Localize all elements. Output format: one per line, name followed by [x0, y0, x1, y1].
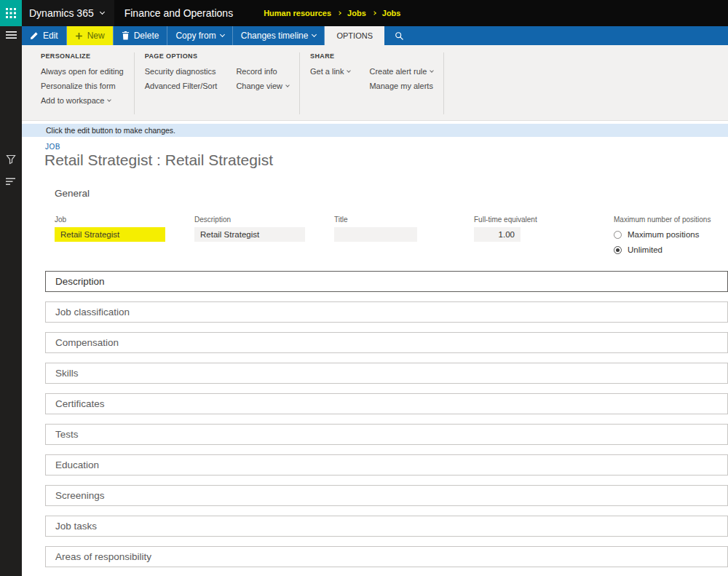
full-time-equivalent-label: Full-time equivalent: [474, 216, 537, 224]
copy-from-label: Copy from: [175, 31, 215, 41]
chevron-down-icon: [312, 32, 317, 37]
title-field-label: Title: [334, 216, 417, 224]
task-list-button[interactable]: [0, 178, 22, 186]
link-label: Personalize this form: [41, 82, 116, 90]
chevron-down-icon: [430, 68, 434, 73]
breadcrumb: Human resources Jobs Jobs: [264, 9, 400, 17]
always-open-for-editing-link[interactable]: Always open for editing: [41, 67, 124, 76]
max-positions-field: Maximum number of positions Maximum posi…: [614, 216, 711, 254]
ribbon-group-page-options: PAGE OPTIONS Security diagnostics Advanc…: [135, 51, 299, 120]
full-time-equivalent-input[interactable]: [474, 227, 521, 242]
section-header-areas-of-responsibility[interactable]: Areas of responsibility: [45, 546, 728, 567]
chevron-down-icon: [347, 68, 352, 73]
link-label: Change view: [236, 82, 282, 90]
list-lines-icon: [6, 178, 16, 186]
search-icon: [395, 31, 404, 41]
delete-button[interactable]: Delete: [114, 26, 167, 45]
changes-timeline-button[interactable]: Changes timeline: [233, 26, 325, 45]
search-button[interactable]: [384, 26, 414, 45]
description-input[interactable]: [194, 227, 305, 242]
trash-icon: [122, 31, 130, 40]
job-input[interactable]: [55, 227, 165, 242]
section-header-tests[interactable]: Tests: [45, 424, 728, 445]
copy-from-button[interactable]: Copy from: [167, 26, 232, 45]
section-header-job-tasks[interactable]: Job tasks: [45, 516, 728, 537]
security-diagnostics-link[interactable]: Security diagnostics: [145, 67, 218, 76]
max-positions-label: Maximum number of positions: [614, 216, 711, 224]
filter-pane-button[interactable]: [0, 154, 22, 165]
breadcrumb-item-page[interactable]: Jobs: [382, 9, 401, 17]
page-title: Retail Strategist : Retail Strategist: [44, 151, 273, 169]
plus-icon: [75, 32, 83, 40]
chevron-down-icon: [100, 9, 105, 15]
breadcrumb-item-module[interactable]: Human resources: [264, 9, 331, 17]
changes-timeline-label: Changes timeline: [241, 31, 309, 41]
chevron-right-icon: [372, 11, 376, 15]
link-label: Add to workspace: [41, 96, 104, 105]
pencil-icon: [30, 31, 39, 40]
chevron-down-icon: [108, 98, 112, 102]
ribbon-group-divider: [443, 52, 444, 114]
app-launcher-button[interactable]: [0, 0, 22, 26]
chevron-down-icon: [220, 32, 225, 37]
action-pane: Edit New Delete Copy from Changes timeli…: [22, 26, 728, 45]
create-alert-rule-link[interactable]: Create alert rule: [369, 67, 433, 76]
chevron-right-icon: [337, 11, 341, 15]
ribbon-group-title: PERSONALIZE: [41, 52, 124, 60]
edit-button[interactable]: Edit: [22, 26, 66, 45]
options-tab[interactable]: OPTIONS: [325, 26, 384, 45]
funnel-icon: [6, 154, 16, 165]
link-label: Advanced Filter/Sort: [145, 82, 218, 90]
chevron-down-icon: [285, 83, 290, 87]
section-header-education[interactable]: Education: [45, 454, 728, 476]
radio-label: Unlimited: [628, 245, 662, 254]
dynamics-365-window: Dynamics 365 Finance and Operations Huma…: [0, 0, 728, 576]
manage-my-alerts-link[interactable]: Manage my alerts: [369, 82, 433, 90]
nav-menu-toggle-button[interactable]: [0, 31, 22, 39]
product-switcher[interactable]: Dynamics 365: [22, 0, 114, 26]
link-label: Always open for editing: [41, 67, 124, 76]
job-form-content: JOB Retail Strategist : Retail Strategis…: [22, 137, 728, 576]
description-field: Description: [194, 216, 305, 242]
title-input[interactable]: [334, 227, 417, 242]
ribbon-group-share: SHARE Get a link Create alert rule Manag…: [300, 51, 443, 120]
section-header-description[interactable]: Description: [45, 271, 728, 292]
section-header-compensation[interactable]: Compensation: [45, 332, 728, 353]
options-ribbon-flyout: PERSONALIZE Always open for editing Pers…: [22, 45, 728, 121]
top-navigation-bar: Dynamics 365 Finance and Operations Huma…: [0, 0, 728, 26]
radio-unselected-icon: [614, 231, 622, 239]
ribbon-group-title: PAGE OPTIONS: [145, 52, 289, 60]
job-field: Job: [55, 216, 165, 242]
add-to-workspace-link[interactable]: Add to workspace: [41, 96, 124, 105]
product-name: Dynamics 365: [29, 7, 94, 19]
notification-message: Click the edit button to make changes.: [46, 126, 175, 135]
breadcrumb-item-area[interactable]: Jobs: [347, 9, 366, 17]
ribbon-group-title: SHARE: [310, 52, 433, 60]
section-header-screenings[interactable]: Screenings: [45, 485, 728, 506]
general-section-header[interactable]: General: [55, 188, 90, 199]
ribbon-group-personalize: PERSONALIZE Always open for editing Pers…: [31, 51, 134, 120]
fasttab-sections: Description Job classification Compensat…: [45, 271, 728, 567]
link-label: Get a link: [310, 67, 344, 76]
change-view-link[interactable]: Change view: [236, 82, 289, 90]
personalize-this-form-link[interactable]: Personalize this form: [41, 82, 124, 90]
section-header-job-classification[interactable]: Job classification: [45, 301, 728, 323]
link-label: Manage my alerts: [369, 82, 432, 90]
delete-button-label: Delete: [134, 31, 159, 41]
maximum-positions-radio[interactable]: Maximum positions: [614, 230, 711, 239]
description-field-label: Description: [194, 216, 305, 224]
job-field-label: Job: [55, 216, 165, 224]
new-button-label: New: [87, 31, 105, 41]
waffle-grid-icon: [6, 8, 16, 18]
notification-bar: Click the edit button to make changes.: [22, 124, 728, 137]
unlimited-radio[interactable]: Unlimited: [614, 245, 711, 254]
advanced-filter-sort-link[interactable]: Advanced Filter/Sort: [145, 82, 218, 90]
section-header-certificates[interactable]: Certificates: [45, 393, 728, 414]
section-header-skills[interactable]: Skills: [45, 363, 728, 384]
app-name[interactable]: Finance and Operations: [124, 7, 233, 19]
get-a-link-link[interactable]: Get a link: [310, 67, 350, 76]
new-button[interactable]: New: [67, 26, 113, 45]
link-label: Create alert rule: [369, 67, 427, 76]
record-info-link[interactable]: Record info: [236, 67, 289, 76]
link-label: Security diagnostics: [145, 67, 216, 76]
